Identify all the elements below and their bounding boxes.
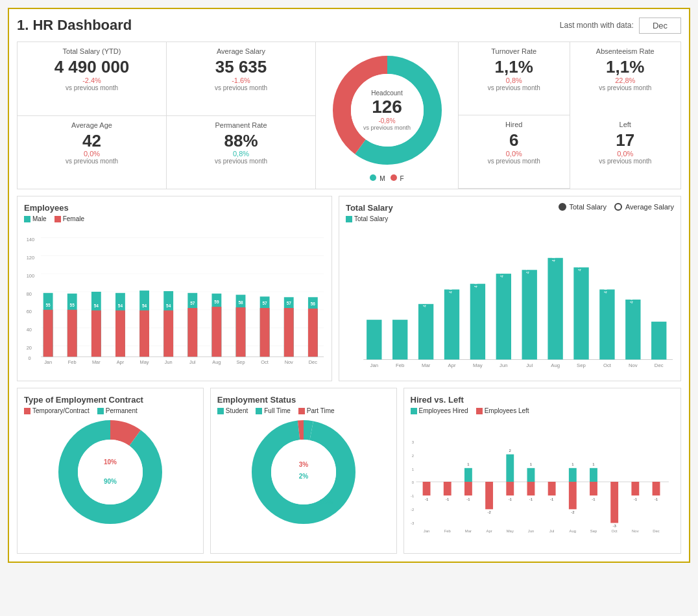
svg-text:59: 59 <box>214 300 219 304</box>
kpi-left-label: Left <box>578 121 673 128</box>
svg-text:55: 55 <box>46 303 51 307</box>
hired-legend: Employees Hired <box>411 407 468 414</box>
salary-legend: Total Salary <box>346 215 393 222</box>
donut-prev: vs previous month <box>363 124 411 131</box>
last-month-value: Dec <box>639 18 681 34</box>
svg-text:Feb: Feb <box>68 359 77 365</box>
svg-rect-161 <box>548 482 555 495</box>
svg-rect-103 <box>651 322 666 359</box>
svg-rect-99 <box>599 289 614 359</box>
svg-rect-76 <box>308 309 318 357</box>
svg-text:Dec: Dec <box>655 362 664 368</box>
svg-text:-1: -1 <box>529 497 532 501</box>
hired-left-svg: 3 2 1 0 -1 -2 -3 -1 Jan -1 Feb 1 <box>411 417 674 547</box>
svg-text:Apr: Apr <box>117 359 125 365</box>
svg-text:57: 57 <box>287 301 292 305</box>
svg-rect-171 <box>590 482 597 495</box>
svg-rect-91 <box>496 274 511 359</box>
svg-text:May: May <box>506 529 513 533</box>
svg-text:Nov: Nov <box>629 362 638 368</box>
kpi-turnover-change: 0,8% <box>466 77 562 84</box>
svg-text:-1: -1 <box>411 494 414 498</box>
header: 1. HR Dashboard Last month with data: De… <box>17 17 681 34</box>
parttime-sq <box>298 408 305 414</box>
svg-text:-3: -3 <box>612 524 616 528</box>
svg-rect-177 <box>631 482 639 495</box>
student-sq <box>217 408 224 414</box>
svg-rect-180 <box>652 482 660 495</box>
left-legend: Employees Left <box>476 407 529 414</box>
male-label: M <box>379 175 385 182</box>
svg-text:Nov: Nov <box>632 529 639 533</box>
svg-rect-95 <box>548 258 562 360</box>
contract-chart: Type of Employment Contract Temporary/Co… <box>17 388 204 554</box>
female-legend-sq <box>54 216 61 222</box>
svg-text:Oct: Oct <box>611 529 618 533</box>
svg-text:20: 20 <box>27 345 32 351</box>
svg-text:Jul: Jul <box>189 359 196 365</box>
svg-text:-1: -1 <box>466 497 470 501</box>
svg-rect-87 <box>444 289 459 359</box>
dashboard: 1. HR Dashboard Last month with data: De… <box>8 8 690 563</box>
svg-text:Jan: Jan <box>44 359 52 365</box>
svg-text:4 580 000 $: 4 580 000 $ <box>422 285 427 307</box>
svg-text:70: 70 <box>311 290 316 295</box>
svg-text:-2: -2 <box>487 510 490 514</box>
svg-text:58: 58 <box>238 300 243 305</box>
radio-total-label: Total Salary <box>570 203 607 211</box>
svg-text:90%: 90% <box>104 478 117 485</box>
kpi-absenteeism-value: 1,1% <box>578 58 673 77</box>
svg-text:Nov: Nov <box>285 359 293 365</box>
kpi-permanent-rate-value: 88% <box>174 132 307 150</box>
svg-text:0: 0 <box>28 355 30 361</box>
radio-avg-salary[interactable]: Average Salary <box>614 203 674 211</box>
svg-rect-66 <box>260 308 270 357</box>
hired-legend-label: Employees Hired <box>419 407 468 414</box>
kpi-absenteeism-change: 22,8% <box>578 77 673 84</box>
svg-text:54: 54 <box>118 303 123 308</box>
radio-total-salary[interactable]: Total Salary <box>559 203 607 211</box>
svg-rect-31 <box>91 311 101 357</box>
donut-chart: Headcount 126 -0,8% vs previous month <box>326 49 449 172</box>
svg-text:100: 100 <box>27 273 34 279</box>
kpi-average-salary-value: 35 635 <box>174 58 307 77</box>
svg-text:Jan: Jan <box>423 529 429 533</box>
kpi-hired-value: 6 <box>466 131 562 150</box>
status-title: Employment Status <box>217 395 390 405</box>
svg-rect-143 <box>464 468 472 482</box>
svg-text:Mar: Mar <box>464 529 471 533</box>
donut-label: Headcount <box>363 89 411 97</box>
kpi-left-prev: vs previous month <box>578 158 673 165</box>
svg-text:4 680 000 $: 4 680 000 $ <box>474 266 478 288</box>
svg-text:10%: 10% <box>104 458 117 466</box>
kpi-turnover-value: 1,1% <box>466 58 562 77</box>
kpi-left-value: 17 <box>578 131 673 150</box>
kpi-permanent-rate-change: 0,8% <box>174 150 307 158</box>
svg-text:4 650 000 $: 4 650 000 $ <box>603 272 608 294</box>
svg-text:75: 75 <box>190 286 195 290</box>
svg-rect-61 <box>236 307 246 357</box>
kpi-average-age-prev: vs previous month <box>25 158 158 165</box>
svg-text:0: 0 <box>411 480 414 484</box>
svg-text:1: 1 <box>467 462 469 466</box>
svg-text:1: 1 <box>572 462 573 466</box>
salary-radio-group: Total Salary Average Salary <box>559 203 675 211</box>
kpi-total-salary: Total Salary (YTD) 4 490 000 -2.4% vs pr… <box>18 42 166 116</box>
kpi-average-salary-prev: vs previous month <box>174 84 307 91</box>
total-salary-chart: Total Salary Total Salary Total Salary <box>339 196 681 381</box>
svg-text:2: 2 <box>411 454 413 458</box>
svg-rect-56 <box>211 307 221 357</box>
page-title: 1. HR Dashboard <box>17 17 132 34</box>
svg-text:Jan: Jan <box>370 362 378 368</box>
kpi-hired-prev: vs previous month <box>466 158 562 165</box>
svg-text:78: 78 <box>142 283 147 288</box>
contract-title: Type of Employment Contract <box>24 395 197 405</box>
svg-text:-1: -1 <box>446 497 449 501</box>
kpi-hired-change: 0,0% <box>466 150 562 158</box>
kpi-permanent-rate: Permanent Rate 88% 0,8% vs previous mont… <box>167 116 315 189</box>
left-legend-label: Employees Left <box>485 407 529 414</box>
kpi-left: Total Salary (YTD) 4 490 000 -2.4% vs pr… <box>18 42 167 189</box>
svg-text:Dec: Dec <box>309 359 317 365</box>
svg-text:74: 74 <box>214 287 219 291</box>
svg-text:Jun: Jun <box>499 362 508 368</box>
